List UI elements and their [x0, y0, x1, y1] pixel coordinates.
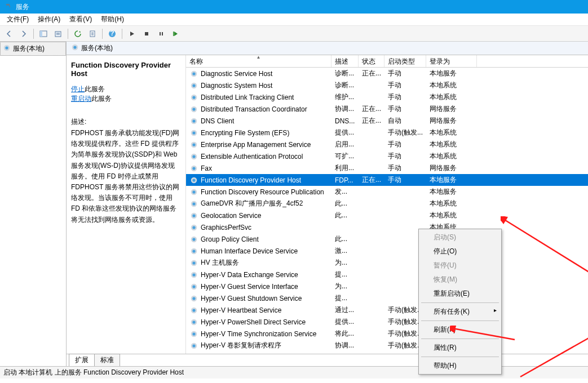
service-name: Function Discovery Resource Publication — [201, 188, 324, 196]
svg-point-22 — [192, 108, 195, 110]
column-logon[interactable]: 登录为 — [426, 55, 477, 67]
menu-help[interactable]: 帮助(H) — [96, 14, 129, 25]
context-menu-item[interactable]: 重新启动(E) — [420, 287, 500, 301]
table-row[interactable]: Hyper-V Data Exchange Service提...本地系统 — [186, 269, 588, 280]
tree-pane: 服务(本地) — [0, 42, 67, 366]
service-start — [384, 214, 426, 217]
service-start: 手动 — [384, 91, 426, 104]
help-button[interactable]: ? — [105, 28, 119, 40]
pause-service-button[interactable] — [154, 28, 168, 40]
service-status — [359, 238, 384, 241]
gear-icon — [189, 306, 198, 315]
tab-extended[interactable]: 扩展 — [69, 354, 95, 366]
export-button[interactable] — [51, 28, 65, 40]
column-status[interactable]: 状态 — [359, 55, 384, 67]
table-row[interactable]: Function Discovery Provider HostFDP...正在… — [186, 174, 588, 186]
gear-icon — [189, 117, 198, 126]
stop-suffix: 此服务 — [85, 85, 105, 93]
table-row[interactable]: Hyper-V Time Synchronization Service将此..… — [186, 328, 588, 340]
properties-button[interactable] — [86, 28, 99, 40]
service-status — [359, 309, 384, 312]
service-logon: 本地系统 — [426, 197, 477, 210]
table-row[interactable]: Geolocation Service此...本地系统 — [186, 210, 588, 221]
forward-button[interactable] — [17, 28, 30, 40]
back-button[interactable] — [2, 28, 16, 40]
service-name: Hyper-V Guest Shutdown Service — [201, 295, 302, 302]
service-start — [384, 202, 426, 206]
table-row[interactable]: Distributed Transaction Coordinator协调...… — [186, 103, 588, 115]
svg-point-50 — [192, 273, 195, 276]
service-desc: 通过... — [331, 304, 359, 317]
table-row[interactable]: Human Interface Device Service激...本地系统 — [186, 245, 588, 257]
service-start: 手动 — [384, 150, 426, 163]
show-hide-tree-button[interactable] — [37, 28, 50, 40]
table-row[interactable]: Hyper-V 卷影复制请求程序协调...手动(触发...本地系统 — [186, 340, 588, 351]
table-row[interactable]: Function Discovery Resource Publication发… — [186, 186, 588, 198]
stop-service-button[interactable] — [140, 28, 153, 40]
service-desc: 利用... — [331, 162, 359, 175]
gear-icon — [189, 294, 198, 303]
context-menu-item[interactable]: 所有任务(K) — [420, 305, 500, 319]
svg-point-16 — [192, 72, 195, 75]
service-desc: 此... — [331, 197, 359, 210]
gear-icon — [189, 282, 198, 291]
table-row[interactable]: Hyper-V Guest Shutdown Service提...本地系统 — [186, 292, 588, 304]
table-row[interactable]: Enterprise App Management Service启用...手动… — [186, 139, 588, 150]
table-row[interactable]: HV 主机服务为...本地系统 — [186, 257, 588, 269]
service-desc: 协调... — [331, 103, 359, 115]
menu-action[interactable]: 操作(A) — [33, 14, 65, 25]
table-row[interactable]: Diagnostic System Host诊断...手动本地系统 — [186, 79, 588, 91]
service-desc: 维护... — [331, 91, 359, 104]
gear-icon — [3, 44, 11, 54]
service-status — [359, 297, 384, 300]
service-name: Distributed Transaction Coordinator — [201, 105, 307, 113]
table-row[interactable]: Extensible Authentication Protocol可扩...手… — [186, 150, 588, 162]
service-name: Distributed Link Tracking Client — [201, 93, 294, 101]
gear-icon — [189, 164, 198, 173]
svg-rect-8 — [160, 32, 161, 35]
tree-root-services[interactable]: 服务(本地) — [0, 42, 66, 56]
refresh-button[interactable] — [71, 28, 85, 40]
context-menu-item[interactable]: 帮助(H) — [420, 359, 500, 373]
service-name: Enterprise App Management Service — [201, 141, 311, 149]
service-status: 正在... — [359, 173, 384, 186]
table-row[interactable]: Group Policy Client此...本地系统 — [186, 233, 588, 245]
service-name: GameDVR 和广播用户服务_4cf52 — [201, 199, 303, 208]
column-name[interactable]: ▲名称 — [186, 55, 331, 67]
context-menu-item[interactable]: 刷新(F) — [420, 323, 500, 337]
service-name: Fax — [201, 164, 212, 172]
service-logon: 本地系统 — [426, 138, 477, 151]
table-row[interactable]: Hyper-V PowerShell Direct Service提供...手动… — [186, 316, 588, 328]
service-desc: FDP... — [331, 175, 359, 186]
tab-standard[interactable]: 标准 — [94, 354, 120, 366]
table-row[interactable]: GraphicsPerfSvc本地系统 — [186, 221, 588, 233]
service-name: Group Policy Client — [201, 235, 259, 243]
svg-point-42 — [192, 226, 195, 229]
column-desc[interactable]: 描述 — [331, 55, 359, 67]
menu-view[interactable]: 查看(V) — [65, 14, 96, 25]
service-desc: 提供... — [331, 315, 359, 328]
context-menu-item[interactable]: 属性(R) — [420, 341, 500, 355]
start-service-button[interactable] — [125, 28, 139, 40]
restart-service-button[interactable] — [169, 28, 183, 40]
menu-file[interactable]: 文件(F) — [2, 14, 33, 25]
restart-link[interactable]: 重启动 — [71, 95, 91, 103]
table-row[interactable]: Encrypting File System (EFS)提供...手动(触发..… — [186, 127, 588, 139]
service-desc: 协调... — [331, 339, 359, 352]
stop-link[interactable]: 停止 — [71, 85, 85, 93]
svg-point-26 — [192, 131, 195, 134]
table-row[interactable]: Hyper-V Guest Service Interface为...本地系统 — [186, 280, 588, 292]
table-row[interactable]: GameDVR 和广播用户服务_4cf52此...本地系统 — [186, 198, 588, 210]
column-start[interactable]: 启动类型 — [384, 55, 426, 67]
context-menu-item[interactable]: 停止(O) — [420, 244, 500, 259]
table-row[interactable]: DNS ClientDNS...正在...自动网络服务 — [186, 115, 588, 127]
table-row[interactable]: Distributed Link Tracking Client维护...手动本… — [186, 91, 588, 103]
list-rows[interactable]: Diagnostic Service Host诊断...正在...手动本地服务D… — [186, 68, 588, 354]
service-status — [359, 320, 384, 324]
table-row[interactable]: Diagnostic Service Host诊断...正在...手动本地服务 — [186, 68, 588, 79]
table-row[interactable]: Hyper-V Heartbeat Service通过...手动(触发...本地… — [186, 304, 588, 316]
status-text: 启动 本地计算机 上的服务 Function Discovery Provide… — [3, 368, 184, 377]
table-row[interactable]: Fax利用...手动网络服务 — [186, 162, 588, 174]
gear-icon — [189, 318, 198, 327]
toolbar-separator — [102, 29, 103, 39]
